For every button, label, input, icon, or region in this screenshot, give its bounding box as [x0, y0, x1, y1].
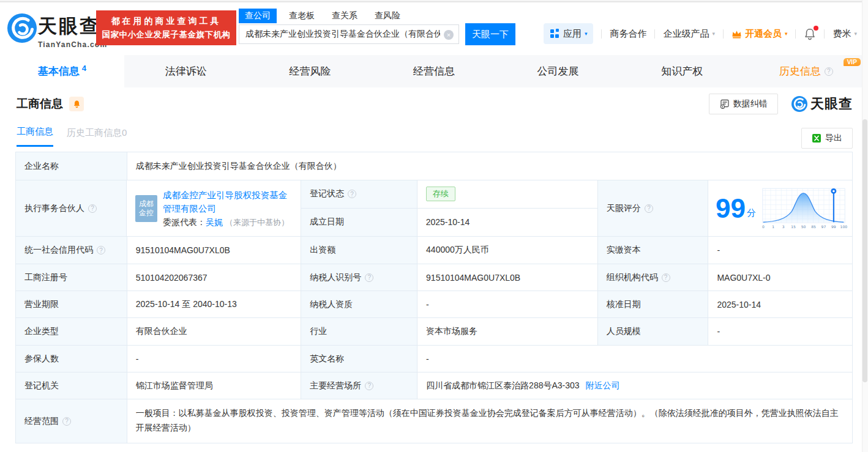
- apps-menu[interactable]: 应用 ▾: [544, 23, 594, 44]
- company-type-value: 有限合伙企业: [127, 318, 302, 346]
- divider: [601, 29, 602, 39]
- tab-intellectual-property[interactable]: 知识产权: [620, 55, 744, 87]
- username: 费米: [832, 28, 851, 40]
- svg-text:15: 15: [791, 224, 796, 228]
- tianyancha-logo-icon: [791, 96, 807, 112]
- clear-search-icon[interactable]: ×: [444, 30, 454, 40]
- tianyancha-logo-icon[interactable]: [7, 13, 37, 45]
- subtab-business-info[interactable]: 工商信息: [17, 126, 53, 147]
- status-date-subgrid: 登记状态 ? 存续 成立日期 2025-10-14: [301, 180, 598, 237]
- enterprise-menu[interactable]: 企业级产品 ▾: [663, 28, 715, 40]
- field-label-text: 组织机构代码: [607, 272, 658, 283]
- reg-authority-value: 锦江市场监督管理局: [127, 372, 302, 399]
- tab-company-development[interactable]: 公司发展: [496, 55, 620, 87]
- staff-size-value: -: [708, 318, 852, 346]
- nearby-companies-link[interactable]: 附近公司: [586, 380, 620, 391]
- industry-value: 资本市场服务: [417, 318, 598, 346]
- field-label: 登记状态 ?: [301, 180, 417, 208]
- field-label: 登记机关: [16, 372, 127, 399]
- field-label-text: 登记状态: [310, 188, 344, 199]
- contribution-value: 440000万人民币: [417, 237, 598, 264]
- scrollbar-thumb[interactable]: [862, 119, 867, 382]
- company-avatar-badge: 成都 金控: [135, 195, 157, 222]
- search-tabs: 查公司 查老板 查关系 查风险: [239, 9, 417, 23]
- help-icon[interactable]: ?: [97, 246, 105, 254]
- subtab-history-business-info[interactable]: 历史工商信息0: [67, 127, 127, 146]
- help-icon[interactable]: ?: [662, 273, 670, 282]
- field-label: 行业: [301, 318, 417, 346]
- search-tab-boss[interactable]: 查老板: [289, 10, 315, 21]
- insured-count-value: -: [127, 346, 302, 372]
- badge-line: 金控: [139, 209, 154, 218]
- search-tab-company[interactable]: 查公司: [239, 9, 277, 23]
- field-label: 工商注册号: [16, 264, 127, 291]
- tab-business-risk[interactable]: 经营风险: [248, 55, 372, 87]
- field-label: 纳税人识别号 ?: [301, 264, 417, 291]
- header-menu: 应用 ▾ 商务合作 企业级产品 ▾ 开通会员 ▾: [544, 23, 857, 44]
- org-code-value: MAG0U7XL-0: [708, 264, 852, 291]
- search-button[interactable]: 天眼一下: [465, 23, 515, 45]
- chevron-down-icon: ▾: [712, 31, 715, 37]
- bell-icon: [73, 100, 81, 108]
- vip-badge: VIP: [844, 58, 861, 66]
- monitor-bell-chip[interactable]: [69, 97, 84, 111]
- field-label: 核准日期: [598, 291, 709, 318]
- badge-line: 成都: [139, 199, 154, 209]
- export-label: 导出: [825, 133, 842, 144]
- paid-capital-value: -: [708, 237, 852, 264]
- help-icon[interactable]: ?: [365, 273, 373, 282]
- tab-basic-info[interactable]: 基本信息 4: [0, 55, 124, 87]
- reg-number-value: 510104202067367: [127, 264, 302, 291]
- search-tab-relation[interactable]: 查关系: [332, 10, 357, 21]
- promo-banner[interactable]: 都在用的商业查询工具 国家中小企业发展子基金旗下机构: [96, 10, 236, 45]
- subtab-history-count: 0: [122, 127, 127, 138]
- table-subrow: 成立日期 2025-10-14: [301, 209, 597, 237]
- tab-business-info[interactable]: 经营信息: [372, 55, 496, 87]
- business-address-cell: 四川省成都市锦江区泰治路288号A3-303 附近公司: [417, 372, 852, 399]
- reg-status-cell: 存续: [417, 180, 597, 208]
- page-scrollbar[interactable]: [862, 0, 868, 452]
- section-header: 工商信息 数据纠错: [17, 93, 853, 115]
- promo-line1: 都在用的商业查询工具: [111, 16, 222, 27]
- partner-company-link[interactable]: 成都金控产业引导股权投资基金管理有限公司: [163, 190, 287, 213]
- search-tab-risk[interactable]: 查风险: [375, 10, 400, 21]
- field-label: 营业期限: [16, 291, 127, 318]
- rep-name-link[interactable]: 吴娓: [206, 217, 223, 227]
- data-correction-label: 数据纠错: [733, 98, 768, 109]
- rep-source: （来源于中基协）: [225, 218, 289, 227]
- user-menu[interactable]: 费米 ▾: [832, 28, 857, 40]
- data-correction-button[interactable]: 数据纠错: [709, 94, 778, 114]
- help-icon[interactable]: ?: [62, 417, 71, 426]
- tab-history-info[interactable]: VIP 历史信息 ?: [744, 55, 868, 87]
- open-vip-menu[interactable]: 开通会员 ▾: [731, 28, 788, 40]
- table-row: 企业名称 成都未来产业创业投资引导基金合伙企业（有限合伙）: [16, 152, 852, 180]
- svg-text:99: 99: [831, 224, 836, 228]
- help-icon[interactable]: ?: [348, 190, 356, 198]
- help-icon[interactable]: ?: [88, 204, 97, 213]
- search-input[interactable]: [239, 25, 458, 43]
- field-label: 主要经营场所 ?: [301, 372, 417, 399]
- section-title: 工商信息: [17, 96, 63, 112]
- tab-legal-proceedings[interactable]: 法律诉讼: [124, 55, 249, 87]
- score-unit: 分: [747, 207, 756, 219]
- subtab-history-label: 历史工商信息: [67, 127, 122, 138]
- help-icon[interactable]: ?: [825, 67, 833, 76]
- divider: [824, 29, 825, 39]
- open-vip-label: 开通会员: [745, 28, 782, 40]
- score-value: 99: [716, 195, 746, 222]
- field-label: 执行事务合伙人 ?: [16, 180, 127, 237]
- chevron-down-icon: ▾: [585, 31, 588, 37]
- notification-bell[interactable]: [804, 28, 816, 40]
- enterprise-label: 企业级产品: [663, 28, 709, 40]
- tab-label: 历史信息: [779, 64, 821, 78]
- help-icon[interactable]: ?: [365, 382, 373, 390]
- table-row: 参保人数 - 英文名称 -: [16, 346, 852, 372]
- table-row: 登记机关 锦江市场监督管理局 主要经营场所 ? 四川省成都市锦江区泰治路288号…: [16, 372, 852, 399]
- cooperation-menu[interactable]: 商务合作: [610, 28, 646, 40]
- svg-text:50: 50: [801, 224, 806, 228]
- divider: [654, 29, 655, 39]
- help-icon[interactable]: ?: [645, 204, 653, 213]
- export-button[interactable]: 导出: [801, 128, 853, 149]
- table-row: 企业类型 有限合伙企业 行业 资本市场服务 人员规模 -: [16, 318, 852, 346]
- field-label-text: 执行事务合伙人: [24, 203, 84, 214]
